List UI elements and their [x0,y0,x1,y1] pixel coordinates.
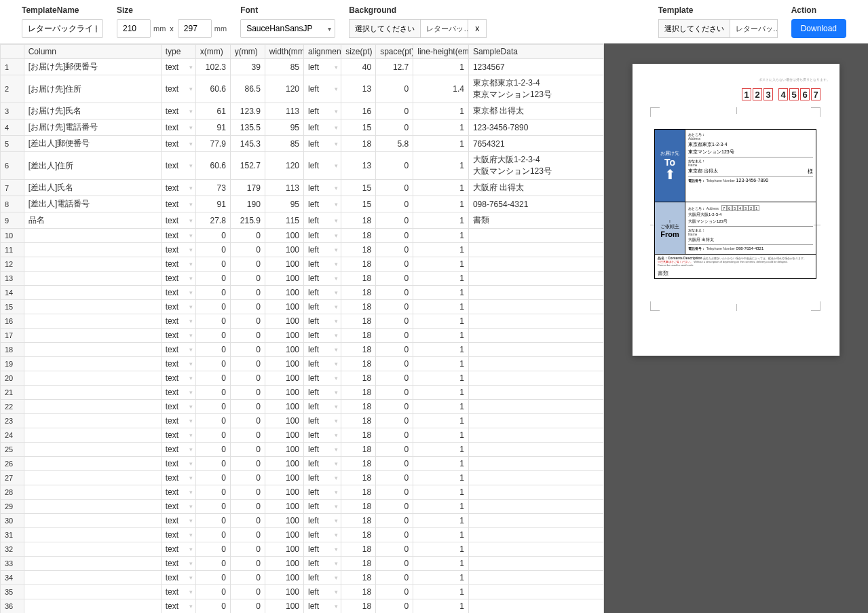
cell-lineheight[interactable]: 1 [413,471,469,485]
cell-type[interactable]: text [161,212,195,229]
cell-y[interactable]: 0 [230,514,265,528]
cell-size[interactable]: 18 [341,229,376,243]
cell-x[interactable]: 0 [195,585,230,599]
cell-x[interactable]: 0 [195,571,230,585]
cell-width[interactable]: 100 [265,443,303,457]
cell-lineheight[interactable]: 1 [413,314,469,329]
cell-width[interactable]: 85 [265,136,303,152]
cell-sampledata[interactable] [468,457,603,471]
cell-size[interactable]: 18 [341,357,376,371]
cell-space[interactable]: 0 [376,119,413,136]
table-row[interactable]: 13text00100left1801 [1,272,604,286]
cell-sampledata[interactable]: 書類 [468,212,603,229]
cell-alignment[interactable]: left [304,514,341,528]
cell-space[interactable]: 0 [376,428,413,443]
cell-lineheight[interactable]: 1 [413,59,469,75]
cell-size[interactable]: 15 [341,119,376,136]
cell-size[interactable]: 18 [341,243,376,257]
cell-column[interactable] [24,443,161,457]
cell-alignment[interactable]: left [304,119,341,136]
cell-x[interactable]: 0 [195,471,230,485]
cell-sampledata[interactable] [468,257,603,272]
cell-type[interactable]: text [161,119,195,136]
header-column[interactable]: Column [24,45,161,59]
header-x[interactable]: x(mm) [195,45,230,59]
cell-width[interactable]: 100 [265,457,303,471]
table-row[interactable]: 31text00100left1801 [1,528,604,542]
cell-size[interactable]: 18 [341,485,376,500]
cell-column[interactable] [24,571,161,585]
cell-y[interactable]: 0 [230,314,265,329]
cell-space[interactable]: 0 [376,229,413,243]
table-row[interactable]: 18text00100left1801 [1,343,604,357]
cell-sampledata[interactable] [468,243,603,257]
cell-width[interactable]: 115 [265,212,303,229]
cell-size[interactable]: 18 [341,571,376,585]
cell-x[interactable]: 0 [195,557,230,571]
cell-column[interactable] [24,314,161,329]
table-row[interactable]: 9品名text27.8215.9115left1801書類 [1,212,604,229]
cell-column[interactable]: [お届け先]住所 [24,75,161,103]
cell-space[interactable]: 0 [376,286,413,300]
table-row[interactable]: 15text00100left1801 [1,300,604,314]
cell-column[interactable] [24,585,161,599]
cell-space[interactable]: 0 [376,585,413,599]
cell-space[interactable]: 0 [376,514,413,528]
cell-alignment[interactable]: left [304,196,341,212]
cell-lineheight[interactable]: 1 [413,542,469,557]
cell-lineheight[interactable]: 1 [413,196,469,212]
cell-y[interactable]: 0 [230,229,265,243]
table-row[interactable]: 30text00100left1801 [1,514,604,528]
cell-type[interactable]: text [161,329,195,343]
cell-width[interactable]: 95 [265,119,303,136]
cell-space[interactable]: 0 [376,528,413,542]
cell-sampledata[interactable] [468,485,603,500]
table-row[interactable]: 5[差出人]郵便番号text77.9145.385left185.8176543… [1,136,604,152]
cell-y[interactable]: 0 [230,400,265,414]
cell-sampledata[interactable]: 大阪府 出得太 [468,180,603,196]
cell-type[interactable]: text [161,75,195,103]
cell-sampledata[interactable] [468,400,603,414]
cell-type[interactable]: text [161,471,195,485]
table-row[interactable]: 35text00100left1801 [1,585,604,599]
cell-type[interactable]: text [161,400,195,414]
cell-lineheight[interactable]: 1 [413,152,469,180]
cell-size[interactable]: 18 [341,457,376,471]
cell-type[interactable]: text [161,136,195,152]
cell-alignment[interactable]: left [304,471,341,485]
cell-size[interactable]: 18 [341,443,376,457]
cell-size[interactable]: 18 [341,386,376,400]
cell-x[interactable]: 77.9 [195,136,230,152]
cell-x[interactable]: 0 [195,599,230,614]
cell-y[interactable]: 215.9 [230,212,265,229]
cell-type[interactable]: text [161,585,195,599]
cell-lineheight[interactable]: 1 [413,485,469,500]
background-clear-button[interactable]: x [468,19,487,38]
cell-size[interactable]: 18 [341,314,376,329]
cell-width[interactable]: 85 [265,59,303,75]
cell-type[interactable]: text [161,599,195,614]
cell-type[interactable]: text [161,500,195,514]
cell-sampledata[interactable]: 東京都 出得太 [468,103,603,119]
grid-wrap[interactable]: Column type x(mm) y(mm) width(mm) alignm… [0,43,604,613]
cell-sampledata[interactable] [468,272,603,286]
cell-width[interactable]: 100 [265,357,303,371]
cell-space[interactable]: 0 [376,557,413,571]
cell-x[interactable]: 0 [195,485,230,500]
cell-size[interactable]: 18 [341,599,376,614]
cell-width[interactable]: 120 [265,75,303,103]
header-alignment[interactable]: alignment [304,45,341,59]
cell-x[interactable]: 0 [195,428,230,443]
cell-width[interactable]: 100 [265,400,303,414]
cell-sampledata[interactable] [468,599,603,614]
cell-lineheight[interactable]: 1 [413,500,469,514]
cell-size[interactable]: 18 [341,329,376,343]
table-row[interactable]: 26text00100left1801 [1,457,604,471]
cell-column[interactable] [24,371,161,386]
cell-y[interactable]: 190 [230,196,265,212]
cell-type[interactable]: text [161,528,195,542]
cell-type[interactable]: text [161,557,195,571]
cell-lineheight[interactable]: 1 [413,329,469,343]
cell-lineheight[interactable]: 1 [413,180,469,196]
cell-type[interactable]: text [161,152,195,180]
